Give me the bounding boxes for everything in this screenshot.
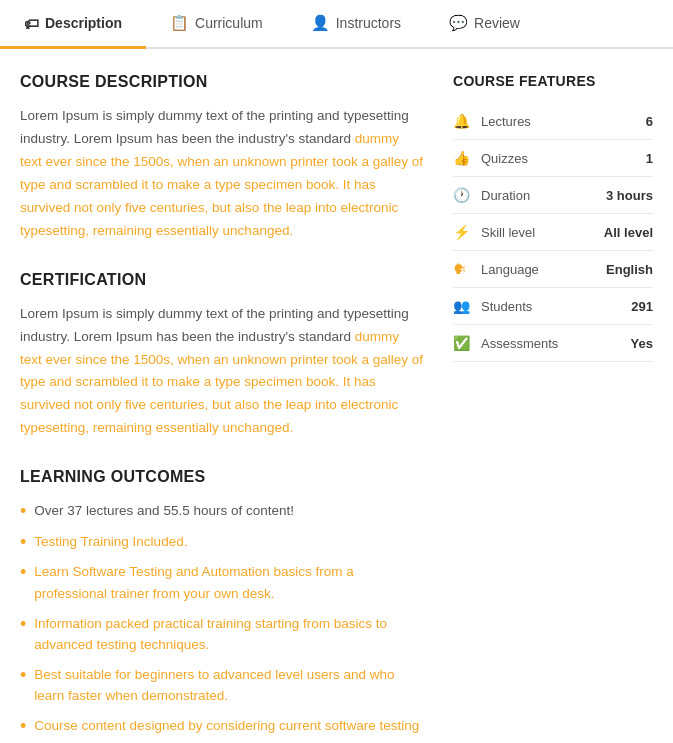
assessments-value: Yes	[631, 336, 653, 351]
skill-value: All level	[604, 225, 653, 240]
tabs-nav: 🏷 Description 📋 Curriculum 👤 Instructors…	[0, 0, 673, 49]
assessments-icon: ✅	[453, 335, 473, 351]
duration-label: Duration	[481, 188, 598, 203]
course-description-body: Lorem Ipsum is simply dummy text of the …	[20, 105, 423, 243]
feature-lectures: 🔔 Lectures 6	[453, 103, 653, 140]
outcome-item-text: Testing Training Included.	[34, 531, 187, 553]
tab-curriculum-label: Curriculum	[195, 15, 263, 31]
lectures-label: Lectures	[481, 114, 638, 129]
feature-students: 👥 Students 291	[453, 288, 653, 325]
skill-icon: ⚡	[453, 224, 473, 240]
list-item: • Course content designed by considering…	[20, 715, 423, 743]
quizzes-icon: 👍	[453, 150, 473, 166]
assessments-label: Assessments	[481, 336, 623, 351]
feature-language: 🗣 Language English	[453, 251, 653, 288]
learning-outcomes-title: LEARNING OUTCOMES	[20, 468, 423, 486]
feature-quizzes: 👍 Quizzes 1	[453, 140, 653, 177]
language-label: Language	[481, 262, 598, 277]
language-icon: 🗣	[453, 261, 473, 277]
certification-text: Lorem Ipsum is simply dummy text of the …	[20, 306, 423, 436]
tab-curriculum[interactable]: 📋 Curriculum	[146, 0, 287, 49]
certification-title: CERTIFICATION	[20, 271, 423, 289]
outcomes-list: • Over 37 lectures and 55.5 hours of con…	[20, 500, 423, 743]
tab-instructors[interactable]: 👤 Instructors	[287, 0, 425, 49]
learning-outcomes-section: LEARNING OUTCOMES • Over 37 lectures and…	[20, 468, 423, 743]
outcome-item-text: Learn Software Testing and Automation ba…	[34, 561, 423, 604]
bullet-icon: •	[20, 614, 26, 636]
quizzes-label: Quizzes	[481, 151, 638, 166]
outcome-item-text: Best suitable for beginners to advanced …	[34, 664, 423, 707]
students-icon: 👥	[453, 298, 473, 314]
skill-label: Skill level	[481, 225, 596, 240]
duration-value: 3 hours	[606, 188, 653, 203]
bullet-icon: •	[20, 562, 26, 584]
course-description-section: COURSE DESCRIPTION Lorem Ipsum is simply…	[20, 73, 423, 243]
students-label: Students	[481, 299, 623, 314]
course-description-text: Lorem Ipsum is simply dummy text of the …	[20, 108, 423, 238]
list-item: • Best suitable for beginners to advance…	[20, 664, 423, 707]
bullet-icon: •	[20, 665, 26, 687]
language-value: English	[606, 262, 653, 277]
course-description-title: COURSE DESCRIPTION	[20, 73, 423, 91]
certification-section: CERTIFICATION Lorem Ipsum is simply dumm…	[20, 271, 423, 441]
outcome-item-text: Course content designed by considering c…	[34, 715, 423, 743]
bullet-icon: •	[20, 716, 26, 738]
tab-description-label: Description	[45, 15, 122, 31]
lectures-icon: 🔔	[453, 113, 473, 129]
feature-duration: 🕐 Duration 3 hours	[453, 177, 653, 214]
tab-review-label: Review	[474, 15, 520, 31]
certification-body: Lorem Ipsum is simply dummy text of the …	[20, 303, 423, 441]
bullet-icon: •	[20, 501, 26, 523]
bullet-icon: •	[20, 532, 26, 554]
quizzes-value: 1	[646, 151, 653, 166]
right-column: COURSE FEATURES 🔔 Lectures 6 👍 Quizzes 1…	[453, 73, 653, 743]
description-icon: 🏷	[24, 15, 39, 32]
tab-description[interactable]: 🏷 Description	[0, 0, 146, 49]
content-wrapper: COURSE DESCRIPTION Lorem Ipsum is simply…	[0, 49, 673, 743]
tab-review[interactable]: 💬 Review	[425, 0, 544, 49]
list-item: • Over 37 lectures and 55.5 hours of con…	[20, 500, 423, 523]
list-item: • Information packed practical training …	[20, 613, 423, 656]
students-value: 291	[631, 299, 653, 314]
feature-assessments: ✅ Assessments Yes	[453, 325, 653, 362]
outcome-item-text: Over 37 lectures and 55.5 hours of conte…	[34, 500, 294, 522]
outcome-item-text: Information packed practical training st…	[34, 613, 423, 656]
course-features-title: COURSE FEATURES	[453, 73, 653, 89]
feature-skill-level: ⚡ Skill level All level	[453, 214, 653, 251]
lectures-value: 6	[646, 114, 653, 129]
list-item: • Testing Training Included.	[20, 531, 423, 554]
curriculum-icon: 📋	[170, 14, 189, 32]
left-column: COURSE DESCRIPTION Lorem Ipsum is simply…	[20, 73, 423, 743]
review-icon: 💬	[449, 14, 468, 32]
instructors-icon: 👤	[311, 14, 330, 32]
duration-icon: 🕐	[453, 187, 473, 203]
list-item: • Learn Software Testing and Automation …	[20, 561, 423, 604]
tab-instructors-label: Instructors	[336, 15, 401, 31]
